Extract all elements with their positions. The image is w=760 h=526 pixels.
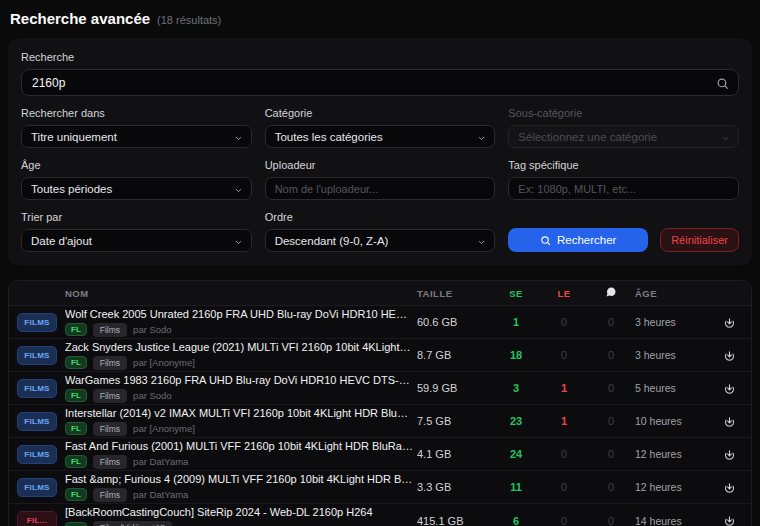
freeleech-badge: FL xyxy=(65,356,87,369)
table-row[interactable]: FIL... [BackRoomCastingCouch] SiteRip 20… xyxy=(9,504,751,526)
freeleech-badge: FL xyxy=(65,389,87,402)
download-icon[interactable] xyxy=(715,349,743,362)
table-row[interactable]: FILMS Fast And Furious (2001) MULTi VFF … xyxy=(9,438,751,471)
comments-count: 0 xyxy=(591,349,631,361)
category-tag[interactable]: Films xyxy=(93,323,127,337)
table-row[interactable]: FILMS WarGames 1983 2160p FRA UHD Blu-ra… xyxy=(9,372,751,405)
results-table: NOM TAILLE SE LE ÂGE FILMS Wolf Creek 20… xyxy=(8,280,752,526)
age-value: 14 heures xyxy=(635,515,711,526)
torrent-title-link[interactable]: Fast And Furious (2001) MULTi VFF 2160p … xyxy=(65,440,413,452)
sort-select[interactable]: Date d'ajout xyxy=(21,229,252,252)
category-badge[interactable]: FILMS xyxy=(17,346,57,365)
category-value: Toutes les catégories xyxy=(275,131,383,143)
table-header-row: NOM TAILLE SE LE ÂGE xyxy=(9,281,751,306)
field-tag: Tag spécifique xyxy=(508,159,739,200)
category-badge[interactable]: FILMS xyxy=(17,412,57,431)
table-row[interactable]: FILMS Wolf Creek 2005 Unrated 2160p FRA … xyxy=(9,306,751,339)
torrent-name-cell: [BackRoomCastingCouch] SiteRip 2024 - We… xyxy=(65,506,413,526)
table-row[interactable]: FILMS Interstellar (2014) v2 IMAX MULTi … xyxy=(9,405,751,438)
category-badge[interactable]: FILMS xyxy=(17,478,57,497)
size-value: 60.6 GB xyxy=(417,316,491,328)
torrent-title-link[interactable]: [BackRoomCastingCouch] SiteRip 2024 - We… xyxy=(65,506,413,518)
torrent-name-cell: Wolf Creek 2005 Unrated 2160p FRA UHD Bl… xyxy=(65,308,413,337)
chevron-down-icon xyxy=(477,237,486,249)
torrent-name-cell: Fast And Furious (2001) MULTi VFF 2160p … xyxy=(65,440,413,469)
results-count: (18 résultats) xyxy=(157,14,221,26)
torrent-title-link[interactable]: Zack Snyders Justice League (2021) MULTi… xyxy=(65,341,413,353)
category-label: Catégorie xyxy=(265,107,496,119)
search-icon xyxy=(540,235,551,246)
form-actions: Rechercher Réinitialiser xyxy=(508,228,739,252)
tag-input[interactable] xyxy=(508,177,739,200)
torrent-meta: FL Films par [Anonyme] xyxy=(65,422,413,436)
uploader-link[interactable]: par DatYama xyxy=(133,489,188,500)
category-badge[interactable]: FILMS xyxy=(17,445,57,464)
download-icon[interactable] xyxy=(715,382,743,395)
age-value: 3 heures xyxy=(635,349,711,361)
uploader-link[interactable]: par DatYama xyxy=(178,523,233,526)
uploader-link[interactable]: par [Anonyme] xyxy=(133,423,195,434)
table-row[interactable]: FILMS Zack Snyders Justice League (2021)… xyxy=(9,339,751,372)
order-select[interactable]: Descendant (9-0, Z-A) xyxy=(265,229,496,252)
category-select[interactable]: Toutes les catégories xyxy=(265,125,496,148)
search-button[interactable]: Rechercher xyxy=(508,228,648,252)
size-value: 4.1 GB xyxy=(417,448,491,460)
age-value: Toutes périodes xyxy=(31,183,112,195)
search-input[interactable] xyxy=(21,69,739,96)
category-tag[interactable]: Films/Vidéos +18 xyxy=(93,521,172,526)
leechers-value: 0 xyxy=(541,349,587,361)
uploader-link[interactable]: par Sodo xyxy=(133,324,172,335)
chevron-down-icon xyxy=(477,133,486,145)
tag-label: Tag spécifique xyxy=(508,159,739,171)
comments-count: 0 xyxy=(591,448,631,460)
category-badge[interactable]: FILMS xyxy=(17,379,57,398)
torrent-meta: FL Films par DatYama xyxy=(65,455,413,469)
subcategory-label: Sous-catégorie xyxy=(508,107,739,119)
seeders-value: 6 xyxy=(495,515,537,526)
order-value: Descendant (9-0, Z-A) xyxy=(275,235,389,247)
search-icon xyxy=(716,76,729,94)
torrent-title-link[interactable]: WarGames 1983 2160p FRA UHD Blu-ray DoVi… xyxy=(65,374,413,386)
uploader-link[interactable]: par DatYama xyxy=(133,456,188,467)
comment-bubble-icon xyxy=(591,286,631,300)
comments-count: 0 xyxy=(591,481,631,493)
category-badge[interactable]: FILMS xyxy=(17,313,57,332)
chevron-down-icon xyxy=(234,237,243,249)
download-icon[interactable] xyxy=(715,481,743,494)
table-row[interactable]: FILMS Fast &amp; Furious 4 (2009) MULTi … xyxy=(9,471,751,504)
reset-button[interactable]: Réinitialiser xyxy=(660,228,739,252)
torrent-title-link[interactable]: Wolf Creek 2005 Unrated 2160p FRA UHD Bl… xyxy=(65,308,413,320)
torrent-name-cell: Interstellar (2014) v2 IMAX MULTi VFI 21… xyxy=(65,407,413,436)
subcategory-value: Sélectionnez une catégorie xyxy=(518,131,657,143)
chevron-down-icon xyxy=(234,185,243,197)
torrent-title-link[interactable]: Fast &amp; Furious 4 (2009) MULTi VFF 21… xyxy=(65,473,413,485)
download-icon[interactable] xyxy=(715,514,743,526)
field-uploader: Uploadeur xyxy=(265,159,496,200)
download-icon[interactable] xyxy=(715,448,743,461)
torrent-meta: FL Films par Sodo xyxy=(65,323,413,337)
seeders-value: 1 xyxy=(495,316,537,328)
uploader-input[interactable] xyxy=(265,177,496,200)
download-icon[interactable] xyxy=(715,316,743,329)
search-panel: Recherche Rechercher dans Titre uniqueme… xyxy=(8,38,752,265)
category-tag[interactable]: Films xyxy=(93,389,127,403)
category-badge[interactable]: FIL... xyxy=(17,511,57,526)
category-tag[interactable]: Films xyxy=(93,356,127,370)
category-tag[interactable]: Films xyxy=(93,422,127,436)
seeders-value: 18 xyxy=(495,349,537,361)
age-select[interactable]: Toutes périodes xyxy=(21,177,252,200)
size-value: 8.7 GB xyxy=(417,349,491,361)
category-tag[interactable]: Films xyxy=(93,455,127,469)
torrent-meta: FL Films par [Anonyme] xyxy=(65,356,413,370)
col-header-age: ÂGE xyxy=(635,288,711,299)
field-order: Ordre Descendant (9-0, Z-A) xyxy=(265,211,496,252)
uploader-link[interactable]: par Sodo xyxy=(133,390,172,401)
search-in-label: Rechercher dans xyxy=(21,107,252,119)
search-in-select[interactable]: Titre uniquement xyxy=(21,125,252,148)
uploader-link[interactable]: par [Anonyme] xyxy=(133,357,195,368)
category-tag[interactable]: Films xyxy=(93,488,127,502)
field-subcategory: Sous-catégorie Sélectionnez une catégori… xyxy=(508,107,739,148)
download-icon[interactable] xyxy=(715,415,743,428)
torrent-title-link[interactable]: Interstellar (2014) v2 IMAX MULTi VFI 21… xyxy=(65,407,413,419)
comments-count: 0 xyxy=(591,515,631,526)
